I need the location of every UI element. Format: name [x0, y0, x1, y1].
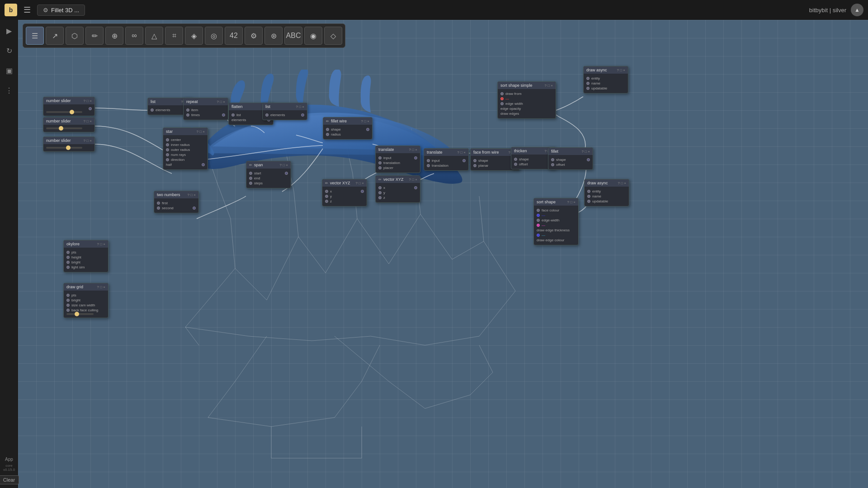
- tool-hex[interactable]: ⬡: [66, 27, 84, 45]
- node-vector-xyz-2[interactable]: ✏ vector XYZ ? □ × x y z: [375, 175, 420, 203]
- node-list-2[interactable]: list ? □ × elements: [262, 103, 307, 120]
- tool-diamond[interactable]: ◇: [324, 27, 342, 45]
- node-translate-2[interactable]: translate ? □ × input translation: [424, 148, 469, 171]
- clear-button[interactable]: Clear: [0, 475, 19, 484]
- node-fillet-wire[interactable]: ✏ fillet wire ? □ × shape radius: [323, 117, 373, 140]
- canvas-area[interactable]: number slider ? □ × number slider ? □ × …: [18, 20, 868, 488]
- node-number-slider-2[interactable]: number slider ? □ ×: [43, 117, 95, 132]
- node-sort-shape-simple[interactable]: sort shape simple ? □ × draw from — edge…: [497, 81, 556, 119]
- node-repeat[interactable]: repeat ? □ × item times: [183, 98, 228, 120]
- node-draw-async-2[interactable]: draw async ? □ × entity name updatable: [584, 179, 629, 206]
- user-label: bitbybit | silver: [809, 7, 846, 14]
- tool-atom[interactable]: ⊛: [264, 27, 283, 45]
- tool-cup[interactable]: ⌗: [165, 27, 183, 45]
- node-number-slider-1[interactable]: number slider ? □ ×: [43, 97, 95, 116]
- user-info: bitbybit | silver: [809, 7, 846, 14]
- tool-link[interactable]: ∞: [125, 27, 143, 45]
- tab-title[interactable]: ⚙ Fillet 3D ...: [37, 5, 85, 16]
- node-fillet[interactable]: fillet ? □ × shape offset: [548, 147, 593, 170]
- node-two-numbers[interactable]: two numbers ? □ × first second: [154, 191, 199, 213]
- node-translate-1[interactable]: translate ? □ × input translation placer: [375, 145, 420, 173]
- top-bar: b ☰ ⚙ Fillet 3D ... bitbybit | silver ▲: [0, 0, 868, 20]
- tool-circle[interactable]: ◎: [205, 27, 223, 45]
- draw-grid-slider[interactable]: [66, 313, 94, 315]
- tool-pen[interactable]: ✏: [85, 27, 104, 45]
- slider-thumb-1[interactable]: [70, 110, 74, 114]
- node-okylore[interactable]: okylore ? □ × pts height bright light si…: [63, 240, 108, 272]
- logo: b: [5, 4, 17, 16]
- sidebar-play[interactable]: ▶: [3, 24, 15, 37]
- node-title-num-slider-3: number slider: [46, 138, 82, 143]
- tool-list[interactable]: ☰: [26, 27, 44, 45]
- node-title-num-slider-1: number slider: [46, 99, 82, 103]
- app-label: App: [5, 457, 13, 462]
- tool-cube[interactable]: ◈: [185, 27, 203, 45]
- avatar-icon: ▲: [854, 7, 860, 13]
- port-out: [89, 107, 92, 110]
- slider-track-3[interactable]: [46, 147, 82, 149]
- logo-text: b: [9, 6, 13, 14]
- tool-target[interactable]: ⊕: [105, 27, 123, 45]
- tool-cursor[interactable]: ↗: [46, 27, 64, 45]
- tool-spiral[interactable]: ◉: [304, 27, 322, 45]
- tab-title-text: Fillet 3D ...: [51, 7, 79, 14]
- version-label: corev0.15.0: [3, 464, 15, 472]
- node-title-num-slider-2: number slider: [46, 119, 82, 123]
- sidebar-more[interactable]: ⋮: [3, 84, 15, 97]
- sidebar-refresh[interactable]: ↻: [3, 44, 15, 57]
- slider-thumb-3[interactable]: [66, 145, 71, 150]
- gear-icon: ⚙: [43, 7, 48, 14]
- slider-track-1[interactable]: [46, 111, 82, 113]
- tool-number[interactable]: 42: [225, 27, 243, 45]
- slider-track-2[interactable]: [46, 127, 82, 129]
- tool-text[interactable]: ABC: [284, 27, 302, 45]
- toolbar: ☰ ↗ ⬡ ✏ ⊕ ∞ △ ⌗ ◈ ◎ 42 ⚙ ⊛ ABC ◉ ◇: [23, 23, 345, 48]
- node-number-slider-3[interactable]: number slider ? □ ×: [43, 136, 95, 152]
- node-span[interactable]: ✏ span ? □ × start end steps: [246, 161, 291, 188]
- left-sidebar: ▶ ↻ ▣ ⋮: [0, 20, 18, 488]
- bottom-left: App corev0.15.0 Clear: [0, 453, 18, 488]
- tool-gear[interactable]: ⚙: [245, 27, 263, 45]
- menu-button[interactable]: ☰: [22, 3, 33, 17]
- node-star[interactable]: star ? □ × center inner radius outer rad…: [163, 127, 208, 170]
- user-avatar[interactable]: ▲: [851, 4, 863, 16]
- node-sort-shape[interactable]: sort shape ? □ × face colour — edge-widt…: [533, 198, 579, 245]
- slider-thumb-2[interactable]: [59, 126, 63, 131]
- node-vector-xyz-1[interactable]: ✏ vector XYZ ? □ × x y z: [322, 179, 367, 206]
- node-draw-grid[interactable]: draw grid ? □ × pts bright size cam widt…: [63, 283, 108, 318]
- sidebar-folder[interactable]: ▣: [3, 64, 15, 77]
- tool-triangle[interactable]: △: [145, 27, 163, 45]
- node-draw-async-1[interactable]: draw async ? □ × entity name updatable: [583, 66, 628, 94]
